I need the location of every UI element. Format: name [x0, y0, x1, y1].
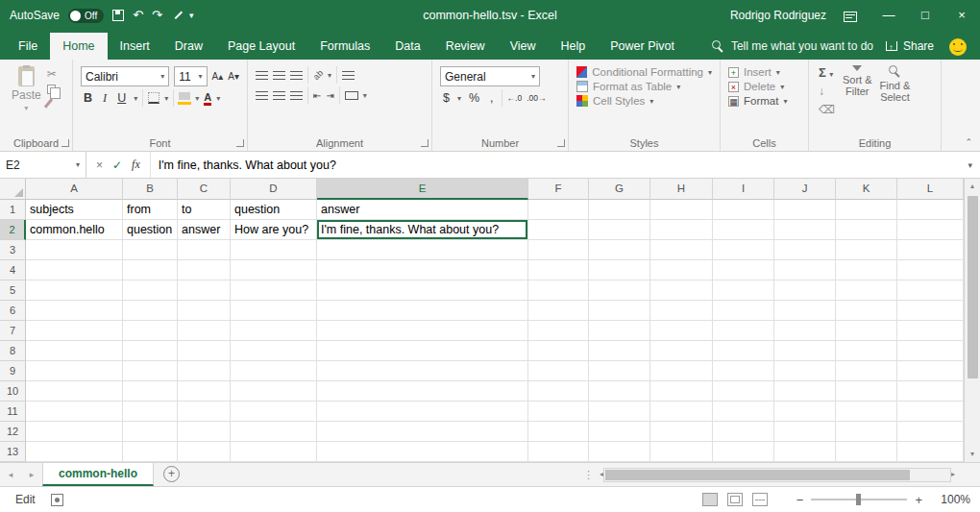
cell-B4[interactable]: [123, 260, 178, 280]
zoom-out-button[interactable]: −: [789, 493, 812, 507]
cell-K9[interactable]: [836, 361, 897, 381]
cell-A11[interactable]: [26, 402, 123, 422]
merge-center-chevron[interactable]: ▾: [363, 91, 367, 100]
increase-font-size-button[interactable]: A▴: [212, 71, 224, 82]
cell-L1[interactable]: [897, 200, 964, 220]
borders-button[interactable]: [148, 92, 159, 104]
decrease-font-size-button[interactable]: A▾: [228, 71, 239, 82]
cell-I11[interactable]: [713, 402, 774, 422]
cell-F1[interactable]: [528, 200, 589, 220]
cell-F3[interactable]: [528, 240, 589, 260]
cell-L5[interactable]: [897, 280, 964, 301]
scroll-down-arrow[interactable]: ▾: [970, 447, 974, 462]
cell-J12[interactable]: [774, 422, 836, 442]
cell-B6[interactable]: [123, 301, 178, 321]
cell-K13[interactable]: [836, 442, 897, 462]
cell-A10[interactable]: [26, 381, 123, 402]
cell-I9[interactable]: [713, 361, 774, 381]
tab-insert[interactable]: Insert: [108, 33, 162, 60]
minimize-button[interactable]: —: [870, 0, 907, 31]
cell-L10[interactable]: [897, 381, 964, 402]
column-header-K[interactable]: K: [836, 179, 897, 200]
cell-G3[interactable]: [589, 240, 650, 260]
cell-I2[interactable]: [713, 220, 774, 240]
orientation-button[interactable]: ab: [311, 68, 325, 82]
cell-C12[interactable]: [178, 422, 231, 442]
cell-A4[interactable]: [26, 260, 123, 280]
cell-K2[interactable]: [836, 220, 897, 240]
tab-scroll-splitter[interactable]: ⋮: [577, 463, 600, 486]
row-header-13[interactable]: 13: [0, 442, 26, 462]
cell-K4[interactable]: [836, 260, 897, 280]
hscroll-right-arrow[interactable]: ▸: [951, 467, 955, 482]
cell-L7[interactable]: [897, 321, 964, 341]
column-header-G[interactable]: G: [589, 179, 650, 200]
cell-J8[interactable]: [774, 341, 836, 361]
zoom-in-button[interactable]: +: [907, 493, 930, 507]
cell-B11[interactable]: [123, 402, 178, 422]
cell-B3[interactable]: [123, 240, 178, 260]
cell-I10[interactable]: [713, 381, 774, 402]
cell-I12[interactable]: [713, 422, 774, 442]
tab-home[interactable]: Home: [50, 33, 107, 60]
cell-C6[interactable]: [178, 301, 231, 321]
cell-E13[interactable]: [317, 442, 528, 462]
cell-D8[interactable]: [231, 341, 317, 361]
cell-I6[interactable]: [713, 301, 774, 321]
column-header-H[interactable]: H: [650, 179, 713, 200]
cell-B1[interactable]: from: [123, 200, 178, 220]
accounting-format-button[interactable]: $: [440, 91, 453, 105]
increase-decimal-button[interactable]: ←.0: [507, 93, 523, 103]
cell-A2[interactable]: common.hello: [26, 220, 123, 240]
cell-F5[interactable]: [528, 280, 589, 301]
horizontal-scrollbar[interactable]: ◂ ▸: [600, 463, 955, 486]
cell-A3[interactable]: [26, 240, 123, 260]
cell-F8[interactable]: [528, 341, 589, 361]
cell-G12[interactable]: [589, 422, 650, 442]
cell-D7[interactable]: [231, 321, 317, 341]
cell-E6[interactable]: [317, 301, 528, 321]
cell-J9[interactable]: [774, 361, 836, 381]
tab-formulas[interactable]: Formulas: [307, 33, 382, 60]
column-header-F[interactable]: F: [528, 179, 589, 200]
cell-B12[interactable]: [123, 422, 178, 442]
row-header-8[interactable]: 8: [0, 341, 26, 361]
cell-A6[interactable]: [26, 301, 123, 321]
cell-K7[interactable]: [836, 321, 897, 341]
cell-B10[interactable]: [123, 381, 178, 402]
cell-G7[interactable]: [589, 321, 650, 341]
cell-A5[interactable]: [26, 280, 123, 301]
percent-style-button[interactable]: %: [466, 91, 482, 105]
cell-G2[interactable]: [589, 220, 650, 240]
cell-F9[interactable]: [528, 361, 589, 381]
customize-qat-chevron[interactable]: ▾: [189, 0, 194, 31]
vertical-scrollbar[interactable]: ▴ ▾: [964, 179, 980, 462]
cell-H11[interactable]: [650, 402, 713, 422]
cell-L6[interactable]: [897, 301, 964, 321]
cell-E9[interactable]: [317, 361, 528, 381]
font-color-chevron[interactable]: ▾: [216, 94, 220, 103]
cell-D6[interactable]: [231, 301, 317, 321]
row-header-6[interactable]: 6: [0, 301, 26, 321]
cell-L13[interactable]: [897, 442, 964, 462]
row-header-2[interactable]: 2: [0, 220, 26, 240]
copy-button[interactable]: [47, 85, 56, 94]
underline-button[interactable]: U: [114, 91, 129, 105]
cell-J7[interactable]: [774, 321, 836, 341]
sort-filter-button[interactable]: Sort & Filter: [839, 63, 876, 134]
cell-C2[interactable]: answer: [178, 220, 231, 240]
cell-L9[interactable]: [897, 361, 964, 381]
cell-A7[interactable]: [26, 321, 123, 341]
cell-K11[interactable]: [836, 402, 897, 422]
cell-H3[interactable]: [650, 240, 713, 260]
cell-E1[interactable]: answer: [317, 200, 528, 220]
cell-C7[interactable]: [178, 321, 231, 341]
cell-G5[interactable]: [589, 280, 650, 301]
cell-C8[interactable]: [178, 341, 231, 361]
increase-indent-button[interactable]: ⇥: [326, 90, 333, 101]
orientation-chevron[interactable]: ▾: [328, 71, 331, 80]
cell-H9[interactable]: [650, 361, 713, 381]
cell-C13[interactable]: [178, 442, 231, 462]
cell-J2[interactable]: [774, 220, 836, 240]
cell-E2[interactable]: I'm fine, thanks. What about you?: [317, 220, 528, 240]
